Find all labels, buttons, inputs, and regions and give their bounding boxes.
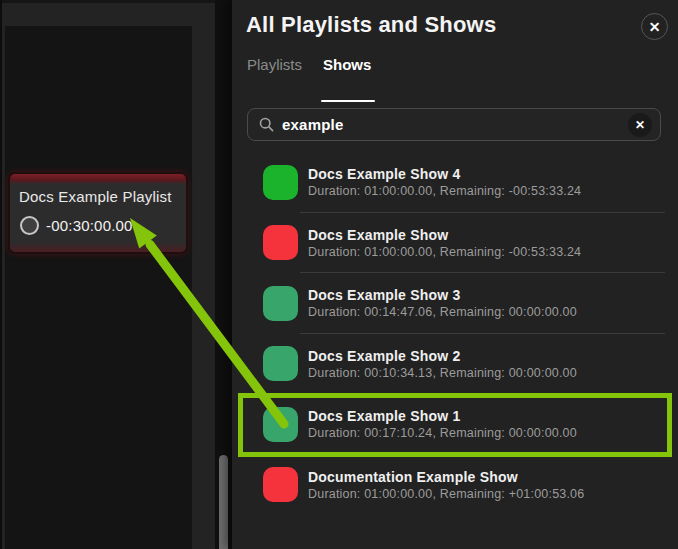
show-row[interactable]: Documentation Example Show Duration: 01:… (232, 455, 678, 516)
search-icon (259, 117, 274, 132)
show-details: Duration: 00:17:10.24, Remaining: 00:00:… (308, 426, 577, 440)
show-name: Docs Example Show 1 (308, 408, 577, 424)
show-row[interactable]: Docs Example Show 3 Duration: 00:14:47.0… (232, 273, 678, 334)
playlist-card[interactable]: Docs Example Playlist -00:30:00.00 (8, 172, 188, 254)
show-row[interactable]: Docs Example Show Duration: 01:00:00.00,… (232, 213, 678, 274)
show-row[interactable]: Docs Example Show 4 Duration: 01:00:00.0… (232, 152, 678, 213)
clear-search-icon[interactable]: ✕ (628, 113, 652, 137)
show-color-swatch (263, 407, 298, 442)
show-color-swatch (263, 467, 298, 502)
show-name: Docs Example Show (308, 227, 581, 243)
show-details: Duration: 01:00:00.00, Remaining: -00:53… (308, 245, 581, 259)
tab-shows[interactable]: Shows (323, 56, 371, 83)
show-color-swatch (263, 165, 298, 200)
canvas-vertical-scrollbar[interactable] (219, 455, 228, 549)
show-color-swatch (263, 225, 298, 260)
show-color-swatch (263, 346, 298, 381)
show-list: Docs Example Show 4 Duration: 01:00:00.0… (232, 152, 678, 515)
show-row-highlighted[interactable]: Docs Example Show 1 Duration: 00:17:10.2… (232, 394, 678, 455)
playlist-status-icon (20, 216, 39, 235)
search-value: example (282, 116, 628, 133)
playlist-card-time-row: -00:30:00.00 (20, 216, 133, 235)
show-details: Duration: 00:10:34.13, Remaining: 00:00:… (308, 366, 577, 380)
playlist-remaining-time: -00:30:00.00 (46, 217, 133, 234)
window-left-edge (0, 0, 2, 549)
show-color-swatch (263, 286, 298, 321)
show-details: Duration: 01:00:00.00, Remaining: +01:00… (308, 487, 584, 501)
search-input[interactable]: example ✕ (247, 108, 661, 141)
show-details: Duration: 01:00:00.00, Remaining: -00:53… (308, 184, 581, 198)
tab-bar: Playlists Shows (247, 56, 371, 83)
show-details: Duration: 00:14:47.06, Remaining: 00:00:… (308, 305, 577, 319)
show-row[interactable]: Docs Example Show 2 Duration: 00:10:34.1… (232, 334, 678, 395)
show-name: Documentation Example Show (308, 469, 584, 485)
tab-playlists[interactable]: Playlists (247, 56, 302, 83)
show-name: Docs Example Show 3 (308, 287, 577, 303)
all-playlists-and-shows-panel: All Playlists and Shows ✕ Playlists Show… (232, 0, 678, 549)
rundown-canvas[interactable] (5, 26, 192, 549)
show-name: Docs Example Show 4 (308, 166, 581, 182)
close-icon[interactable]: ✕ (641, 13, 668, 40)
playlist-card-title: Docs Example Playlist (19, 188, 183, 205)
panel-title: All Playlists and Shows (246, 12, 496, 38)
show-name: Docs Example Show 2 (308, 348, 577, 364)
